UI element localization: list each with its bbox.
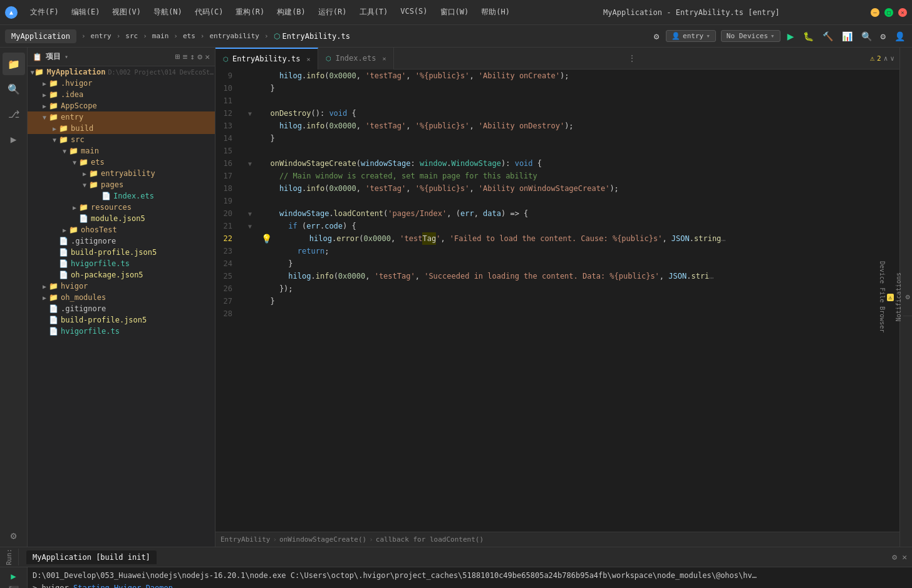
tree-item-src[interactable]: ▼ 📁 src: [28, 134, 215, 145]
code-line-19: [261, 195, 899, 207]
tree-item-buildprofile-entry[interactable]: ▶ 📄 build-profile.json5: [28, 247, 215, 258]
debug-button[interactable]: 🐛: [801, 29, 816, 43]
menu-bar: 文件(F) 编辑(E) 视图(V) 导航(N) 代码(C) 重构(R) 构建(B…: [28, 6, 512, 19]
settings-right-icon[interactable]: ⚙: [903, 292, 912, 301]
activity-run[interactable]: ▶: [3, 128, 25, 150]
sidebar-settings-icon[interactable]: ⚙: [197, 52, 202, 61]
menu-refactor[interactable]: 重构(R): [233, 6, 267, 19]
tree-item-ets[interactable]: ▼ 📁 ets: [28, 157, 215, 168]
maximize-button[interactable]: □: [884, 8, 893, 17]
sidebar-close-icon[interactable]: ✕: [205, 52, 210, 61]
build-button[interactable]: 🔨: [821, 29, 835, 43]
activity-settings[interactable]: ⚙: [3, 524, 25, 547]
sidebar-title: 项目: [46, 51, 61, 62]
tree-item-resources[interactable]: ▶ 📁 resources: [28, 202, 215, 213]
code-line-12: onDestroy(): void {: [261, 107, 899, 120]
code-line-28: [261, 307, 899, 320]
tree-item-hvigorfile-entry[interactable]: ▶ 📄 hvigorfile.ts: [28, 258, 215, 269]
code-line-11: [261, 95, 899, 107]
tab-index[interactable]: ⬡ Index.ets ✕: [318, 48, 394, 70]
code-line-22: 💡 hilog.error(0x0000, 'testTag', 'Failed…: [261, 232, 899, 245]
menu-help[interactable]: 帮助(H): [479, 6, 512, 19]
breadcrumb-main[interactable]: main: [152, 32, 169, 40]
breadcrumb-entryability[interactable]: entryability: [209, 32, 259, 40]
sidebar-list-icon[interactable]: ≡: [183, 52, 188, 61]
notifications-label[interactable]: Notifications: [894, 267, 903, 326]
menu-build[interactable]: 构建(B): [274, 6, 308, 19]
profile-button[interactable]: 📊: [840, 29, 854, 43]
bc-entryability[interactable]: EntryAbility: [220, 535, 270, 544]
entry-selector[interactable]: 👤 entry ▾: [666, 30, 716, 42]
breadcrumb-entry[interactable]: entry: [91, 32, 111, 40]
tree-item-entryability[interactable]: ▶ 📁 entryability: [28, 168, 215, 179]
activity-explorer[interactable]: 📁: [3, 53, 25, 75]
warning-count: 2: [877, 54, 881, 63]
code-line-14: }: [261, 132, 899, 145]
bc-callback[interactable]: callback for loadContent(): [376, 535, 484, 544]
code-line-26: });: [261, 282, 899, 295]
project-tab[interactable]: MyApplication: [5, 29, 76, 43]
tree-item-build[interactable]: ▶ 📁 build: [28, 123, 215, 134]
sidebar-expand-icon[interactable]: ⊞: [175, 52, 180, 61]
no-devices-selector[interactable]: No Devices ▾: [721, 30, 780, 42]
menu-vcs[interactable]: VCS(S): [398, 6, 430, 19]
close-button[interactable]: ✕: [898, 8, 907, 17]
activity-vcs[interactable]: ⎇: [3, 103, 25, 125]
tree-item-hvigorfile-root[interactable]: ▶ 📄 hvigorfile.ts: [28, 326, 215, 337]
tree-item-gitignore-entry[interactable]: ▶ 📄 .gitignore: [28, 235, 215, 247]
settings-button[interactable]: ⚙: [879, 29, 888, 43]
run-sidebar: ▶ ⬛ ↻ ⬇ ⇌ ▦ 🗑 🔖: [0, 567, 28, 588]
menu-nav[interactable]: 导航(N): [151, 6, 185, 19]
code-line-20: windowStage.loadContent('pages/Index', (…: [261, 207, 899, 220]
menu-window[interactable]: 窗口(W): [438, 6, 472, 19]
settings-gear-icon[interactable]: ⚙: [652, 29, 661, 43]
tree-item-hvigor-root[interactable]: ▶ 📁 hvigor: [28, 281, 215, 292]
title-bar: ▲ 文件(F) 编辑(E) 视图(V) 导航(N) 代码(C) 重构(R) 构建…: [0, 0, 912, 25]
tree-item-main[interactable]: ▼ 📁 main: [28, 145, 215, 157]
main-toolbar: MyApplication › entry › src › main › ets…: [0, 25, 912, 48]
tab-close-entryability[interactable]: ✕: [306, 56, 310, 63]
bc-onwindowstagecreate[interactable]: onWindowStageCreate(): [279, 535, 366, 544]
sidebar-sort-icon[interactable]: ↕: [190, 52, 195, 61]
activity-search[interactable]: 🔍: [3, 78, 25, 100]
tree-item-hvigor[interactable]: ▶ 📁 .hvigor: [28, 78, 215, 89]
minimize-button[interactable]: —: [871, 8, 879, 17]
tab-overflow-icon[interactable]: ⋮: [623, 54, 641, 63]
fold-gutter: ▼ ▼ ▼ ▼: [244, 70, 256, 532]
breadcrumb-src[interactable]: src: [125, 32, 138, 40]
run-stop-button[interactable]: ⬛: [3, 584, 25, 588]
tree-item-gitignore-root[interactable]: ▶ 📄 .gitignore: [28, 303, 215, 314]
tree-item-idea[interactable]: ▶ 📁 .idea: [28, 89, 215, 100]
bottom-settings-icon[interactable]: ⚙: [892, 552, 897, 562]
sidebar-header: 📋 项目 ▾ ⊞ ≡ ↕ ⚙ ✕: [28, 48, 215, 66]
warning-icon: ⚠: [870, 54, 874, 63]
tree-item-ohpackage[interactable]: ▶ 📄 oh-package.json5: [28, 269, 215, 281]
menu-file[interactable]: 文件(F): [28, 6, 61, 19]
menu-edit[interactable]: 编辑(E): [69, 6, 103, 19]
tree-item-ohostest[interactable]: ▶ 📁 ohosTest: [28, 224, 215, 235]
tree-item-ohmodules[interactable]: ▶ 📁 oh_modules: [28, 292, 215, 303]
tree-item-modulejson[interactable]: ▶ 📄 module.json5: [28, 213, 215, 224]
tree-item-root[interactable]: ▼ 📁 MyApplication D:\002_Project\014_Dev…: [28, 66, 215, 78]
tree-item-index-ets[interactable]: ▶ 📄 Index.ets: [28, 190, 215, 202]
menu-view[interactable]: 视图(V): [110, 6, 143, 19]
tree-item-buildprofile-root[interactable]: ▶ 📄 build-profile.json5: [28, 314, 215, 326]
tab-entryability[interactable]: ⬡ EntryAbility.ts ✕: [215, 48, 318, 70]
menu-run[interactable]: 运行(R): [316, 6, 350, 19]
menu-code[interactable]: 代码(C): [192, 6, 226, 19]
bottom-tab-build-init[interactable]: MyApplication [build init]: [26, 550, 157, 564]
run-button[interactable]: ▶: [785, 28, 796, 44]
tree-item-entry[interactable]: ▼ 📁 entry: [28, 111, 215, 123]
run-play-button[interactable]: ▶: [3, 570, 25, 583]
tree-item-appscope[interactable]: ▶ 📁 AppScope: [28, 100, 215, 111]
breadcrumb-ets[interactable]: ets: [183, 32, 195, 40]
bottom-close-icon[interactable]: ✕: [902, 552, 907, 562]
tab-close-index[interactable]: ✕: [382, 55, 386, 62]
account-button[interactable]: 👤: [893, 29, 907, 43]
tree-item-pages[interactable]: ▼ 📁 pages: [28, 179, 215, 190]
menu-tools[interactable]: 工具(T): [357, 6, 391, 19]
run-label[interactable]: Run:: [5, 549, 13, 565]
terminal-content[interactable]: D:\001_Develop\053_Huawei\nodejs\nodejs-…: [28, 567, 912, 588]
search-button[interactable]: 🔍: [859, 29, 874, 43]
code-editor[interactable]: 9 10 11 12 13 14 15 16 17 18 19 20 21 22…: [215, 70, 899, 532]
